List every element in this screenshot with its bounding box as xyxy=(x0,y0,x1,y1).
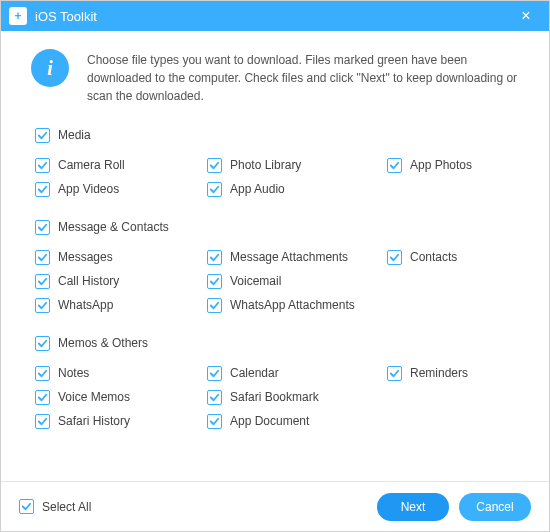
group-media: MediaCamera RollPhoto LibraryApp PhotosA… xyxy=(35,123,525,201)
titlebar: + iOS Toolkit × xyxy=(1,1,549,31)
items: MessagesMessage AttachmentsContactsCall … xyxy=(35,245,525,317)
checkbox[interactable] xyxy=(207,390,222,405)
checkbox[interactable] xyxy=(35,298,50,313)
filetype-label: WhatsApp Attachments xyxy=(230,298,355,312)
spacer xyxy=(387,293,517,317)
spacer xyxy=(387,409,517,433)
group-header-label: Memos & Others xyxy=(58,336,148,350)
checkbox[interactable] xyxy=(35,158,50,173)
filetype-label: Call History xyxy=(58,274,119,288)
filetype-label: Voicemail xyxy=(230,274,281,288)
checkbox[interactable] xyxy=(35,250,50,265)
spacer xyxy=(387,177,517,201)
filetype-item[interactable]: WhatsApp xyxy=(35,293,207,317)
cancel-button[interactable]: Cancel xyxy=(459,493,531,521)
filetype-label: App Document xyxy=(230,414,309,428)
select-all-label: Select All xyxy=(42,500,91,514)
checkbox[interactable] xyxy=(35,414,50,429)
filetype-item[interactable]: Safari Bookmark xyxy=(207,385,387,409)
app-icon: + xyxy=(9,7,27,25)
file-type-groups: MediaCamera RollPhoto LibraryApp PhotosA… xyxy=(25,123,525,433)
filetype-label: Camera Roll xyxy=(58,158,125,172)
filetype-label: WhatsApp xyxy=(58,298,113,312)
footer: Select All Next Cancel xyxy=(1,481,549,531)
filetype-item[interactable]: Calendar xyxy=(207,361,387,385)
checkbox[interactable] xyxy=(35,128,50,143)
select-all[interactable]: Select All xyxy=(19,499,367,514)
filetype-label: Voice Memos xyxy=(58,390,130,404)
filetype-item[interactable]: Safari History xyxy=(35,409,207,433)
filetype-item[interactable]: App Document xyxy=(207,409,387,433)
checkbox[interactable] xyxy=(35,274,50,289)
filetype-label: Photo Library xyxy=(230,158,301,172)
checkbox[interactable] xyxy=(207,250,222,265)
info-text: Choose file types you want to download. … xyxy=(87,49,525,105)
group-header-label: Message & Contacts xyxy=(58,220,169,234)
filetype-label: App Photos xyxy=(410,158,472,172)
checkbox[interactable] xyxy=(207,182,222,197)
spacer xyxy=(387,269,517,293)
filetype-item[interactable]: Reminders xyxy=(387,361,517,385)
spacer xyxy=(387,385,517,409)
filetype-item[interactable]: App Audio xyxy=(207,177,387,201)
checkbox[interactable] xyxy=(35,182,50,197)
items: NotesCalendarRemindersVoice MemosSafari … xyxy=(35,361,525,433)
checkbox[interactable] xyxy=(207,414,222,429)
info-icon: i xyxy=(31,49,69,87)
close-icon[interactable]: × xyxy=(511,7,541,25)
filetype-item[interactable]: Contacts xyxy=(387,245,517,269)
content: i Choose file types you want to download… xyxy=(1,31,549,481)
checkbox[interactable] xyxy=(207,366,222,381)
checkbox[interactable] xyxy=(207,158,222,173)
filetype-item[interactable]: Photo Library xyxy=(207,153,387,177)
group-header-label: Media xyxy=(58,128,91,142)
checkbox[interactable] xyxy=(207,298,222,313)
window-title: iOS Toolkit xyxy=(35,9,511,24)
next-button[interactable]: Next xyxy=(377,493,449,521)
group-memos-others: Memos & OthersNotesCalendarRemindersVoic… xyxy=(35,331,525,433)
filetype-item[interactable]: Message Attachments xyxy=(207,245,387,269)
filetype-item[interactable]: App Videos xyxy=(35,177,207,201)
filetype-item[interactable]: Notes xyxy=(35,361,207,385)
group-header-message-contacts[interactable]: Message & Contacts xyxy=(35,215,525,239)
checkbox[interactable] xyxy=(387,158,402,173)
checkbox[interactable] xyxy=(35,390,50,405)
filetype-label: Messages xyxy=(58,250,113,264)
checkbox[interactable] xyxy=(207,274,222,289)
items: Camera RollPhoto LibraryApp PhotosApp Vi… xyxy=(35,153,525,201)
filetype-label: Notes xyxy=(58,366,89,380)
filetype-item[interactable]: Camera Roll xyxy=(35,153,207,177)
checkbox[interactable] xyxy=(387,366,402,381)
select-all-checkbox[interactable] xyxy=(19,499,34,514)
filetype-label: Contacts xyxy=(410,250,457,264)
filetype-label: Calendar xyxy=(230,366,279,380)
filetype-label: Safari Bookmark xyxy=(230,390,319,404)
filetype-label: Reminders xyxy=(410,366,468,380)
filetype-item[interactable]: App Photos xyxy=(387,153,517,177)
info-row: i Choose file types you want to download… xyxy=(25,49,525,105)
filetype-item[interactable]: Voice Memos xyxy=(35,385,207,409)
group-header-media[interactable]: Media xyxy=(35,123,525,147)
filetype-item[interactable]: Voicemail xyxy=(207,269,387,293)
checkbox[interactable] xyxy=(35,336,50,351)
filetype-item[interactable]: Call History xyxy=(35,269,207,293)
filetype-label: Message Attachments xyxy=(230,250,348,264)
filetype-item[interactable]: WhatsApp Attachments xyxy=(207,293,387,317)
filetype-item[interactable]: Messages xyxy=(35,245,207,269)
filetype-label: App Videos xyxy=(58,182,119,196)
group-message-contacts: Message & ContactsMessagesMessage Attach… xyxy=(35,215,525,317)
group-header-memos-others[interactable]: Memos & Others xyxy=(35,331,525,355)
checkbox[interactable] xyxy=(387,250,402,265)
filetype-label: App Audio xyxy=(230,182,285,196)
filetype-label: Safari History xyxy=(58,414,130,428)
checkbox[interactable] xyxy=(35,366,50,381)
window: + iOS Toolkit × i Choose file types you … xyxy=(0,0,550,532)
checkbox[interactable] xyxy=(35,220,50,235)
